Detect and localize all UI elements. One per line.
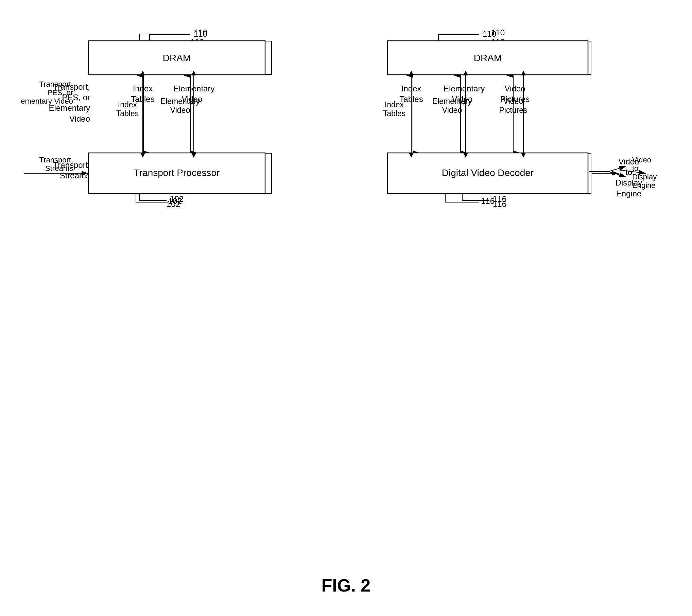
svg-text:Streams: Streams xyxy=(45,164,73,173)
main-diagram-svg: DRAM Transport Processor 110 Index Table… xyxy=(20,20,666,275)
svg-text:DRAM: DRAM xyxy=(163,53,191,63)
svg-text:Video: Video xyxy=(503,97,523,106)
svg-text:Engine: Engine xyxy=(632,181,656,190)
svg-text:Tables: Tables xyxy=(383,109,405,118)
svg-line-62 xyxy=(608,166,625,172)
svg-text:to: to xyxy=(632,164,638,173)
svg-text:Video: Video xyxy=(170,106,190,115)
svg-text:110: 110 xyxy=(483,29,496,38)
svg-text:Tables: Tables xyxy=(116,109,139,118)
svg-text:Digital Video Decoder: Digital Video Decoder xyxy=(442,168,534,178)
figure-label: FIG. 2 xyxy=(322,575,370,596)
svg-text:102: 102 xyxy=(168,196,182,206)
svg-text:Index: Index xyxy=(118,100,137,109)
svg-text:DRAM: DRAM xyxy=(474,53,502,63)
svg-text:Transport,: Transport, xyxy=(39,80,73,88)
svg-text:Elementary: Elementary xyxy=(160,97,200,106)
svg-text:Video: Video xyxy=(442,106,462,115)
svg-text:116: 116 xyxy=(481,196,495,206)
svg-text:Display: Display xyxy=(632,173,657,181)
svg-text:110: 110 xyxy=(194,29,207,38)
svg-text:Pictures: Pictures xyxy=(499,106,527,115)
svg-line-61 xyxy=(608,172,625,177)
svg-text:Elementary Video: Elementary Video xyxy=(20,97,73,105)
svg-text:Elementary: Elementary xyxy=(432,97,472,106)
svg-text:PES, or: PES, or xyxy=(47,88,73,97)
svg-text:Transport,: Transport, xyxy=(39,156,73,164)
svg-text:Video: Video xyxy=(632,156,651,164)
svg-text:Index: Index xyxy=(385,100,404,109)
svg-text:Transport Processor: Transport Processor xyxy=(134,168,220,178)
